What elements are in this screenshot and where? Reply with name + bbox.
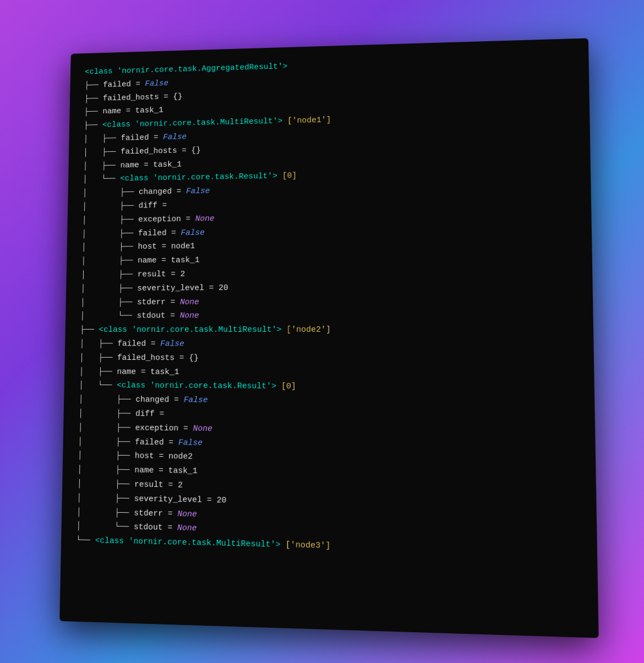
code-token: changed	[135, 395, 169, 404]
code-token: name	[134, 465, 154, 475]
code-line: │ ├── failed = False	[80, 337, 578, 352]
code-token: False	[160, 339, 184, 348]
code-line: │ ├── name = task_1	[79, 365, 578, 381]
terminal-window: <class 'nornir.core.task.AggregatedResul…	[59, 38, 599, 638]
code-token: =	[166, 311, 180, 320]
code-token: task_1	[150, 367, 179, 376]
code-token: failed	[138, 228, 167, 238]
code-token: <class 'nornir.core.task.AggregatedResul…	[85, 62, 288, 76]
code-token: =	[174, 353, 189, 363]
code-token: 2	[181, 270, 185, 279]
code-token	[277, 172, 282, 181]
code-token: failed	[135, 437, 164, 447]
code-token: failed	[121, 133, 149, 143]
code-token: failed_hosts	[117, 353, 174, 362]
code-token: =	[181, 214, 195, 223]
code-token: =	[146, 339, 160, 348]
code-token: =	[166, 297, 180, 306]
code-token	[281, 325, 286, 335]
code-token: {}	[173, 92, 182, 101]
code-line: │ └── stdout = None	[80, 308, 577, 323]
code-token: =	[155, 409, 165, 419]
code-token: [0]	[281, 382, 296, 391]
code-token: name	[138, 256, 157, 265]
code-token: False	[178, 437, 203, 447]
code-token: changed	[139, 187, 172, 196]
code-token: exception	[135, 423, 179, 433]
code-token: failed	[117, 339, 146, 348]
code-token: result	[138, 270, 166, 279]
code-token: ['node2']	[286, 325, 331, 335]
code-token: =	[166, 270, 180, 279]
code-output: <class 'nornir.core.task.AggregatedResul…	[76, 51, 581, 559]
code-token: =	[121, 106, 135, 116]
code-token: =	[177, 146, 192, 155]
code-token: ['node1']	[287, 116, 331, 125]
code-token: node1	[171, 242, 195, 251]
code-token: None	[180, 297, 199, 306]
code-token: task_1	[153, 160, 182, 169]
code-token: =	[136, 367, 150, 376]
code-token: name	[117, 367, 136, 376]
code-token: result	[134, 480, 163, 490]
code-token: False	[186, 187, 210, 196]
code-line: │ ├── stderr = None	[80, 293, 577, 309]
code-token: =	[178, 424, 193, 433]
code-token: None	[180, 311, 199, 320]
code-token: 20	[217, 495, 227, 505]
code-token	[276, 382, 281, 391]
code-token: stderr	[137, 297, 166, 306]
code-token: =	[166, 228, 181, 237]
code-token: None	[177, 509, 197, 519]
code-line: ├── <class 'nornir.core.task.MultiResult…	[80, 322, 577, 337]
code-token: node2	[168, 452, 193, 462]
code-token: =	[157, 242, 171, 251]
code-token: diff	[139, 201, 158, 210]
code-token: stdout	[134, 522, 163, 532]
code-token: =	[169, 395, 183, 404]
code-token: =	[159, 92, 173, 101]
code-token: {}	[189, 353, 199, 363]
code-token: None	[195, 214, 215, 223]
code-token: diff	[135, 409, 155, 418]
code-token: =	[172, 187, 186, 196]
code-token: None	[193, 424, 212, 433]
code-token: False	[163, 132, 187, 141]
code-token: ['node3']	[286, 540, 331, 550]
code-token: severity_level	[134, 494, 202, 505]
code-token: stdout	[137, 311, 166, 321]
code-token: failed_hosts	[121, 146, 177, 156]
code-token: [0]	[282, 171, 297, 180]
code-token: =	[139, 160, 154, 169]
code-token: =	[131, 79, 145, 89]
code-token: =	[149, 133, 163, 142]
code-token: host	[138, 242, 157, 251]
code-token: =	[154, 452, 169, 461]
code-token	[282, 116, 287, 125]
code-token: =	[164, 437, 179, 447]
code-token: task_1	[168, 466, 198, 476]
code-token	[281, 540, 286, 550]
code-line: │ ├── severity_level = 20	[80, 279, 576, 295]
code-token: False	[184, 395, 208, 404]
code-line: │ ├── failed_hosts = {}	[79, 350, 578, 366]
code-token: <class 'nornir.core.task.Result'>	[117, 381, 276, 391]
code-token: task_1	[171, 255, 199, 265]
code-token: 2	[178, 480, 183, 490]
code-token: 20	[219, 283, 228, 292]
code-token: =	[154, 465, 168, 475]
code-token: False	[181, 228, 205, 237]
code-token: <class 'nornir.core.task.Result'>	[120, 172, 277, 183]
code-token: False	[145, 79, 168, 88]
code-token: name	[121, 160, 139, 169]
code-token: <class 'nornir.core.task.MultiResult'>	[95, 536, 281, 550]
code-token: name	[102, 107, 121, 116]
code-token: <class 'nornir.core.task.MultiResult'>	[99, 325, 281, 335]
code-token: failed	[103, 80, 131, 89]
code-token: =	[163, 508, 178, 518]
code-token: host	[135, 451, 154, 461]
code-token: =	[157, 201, 167, 210]
code-token: severity_level	[137, 283, 204, 293]
code-token: {}	[191, 145, 200, 155]
code-token: exception	[138, 214, 181, 223]
